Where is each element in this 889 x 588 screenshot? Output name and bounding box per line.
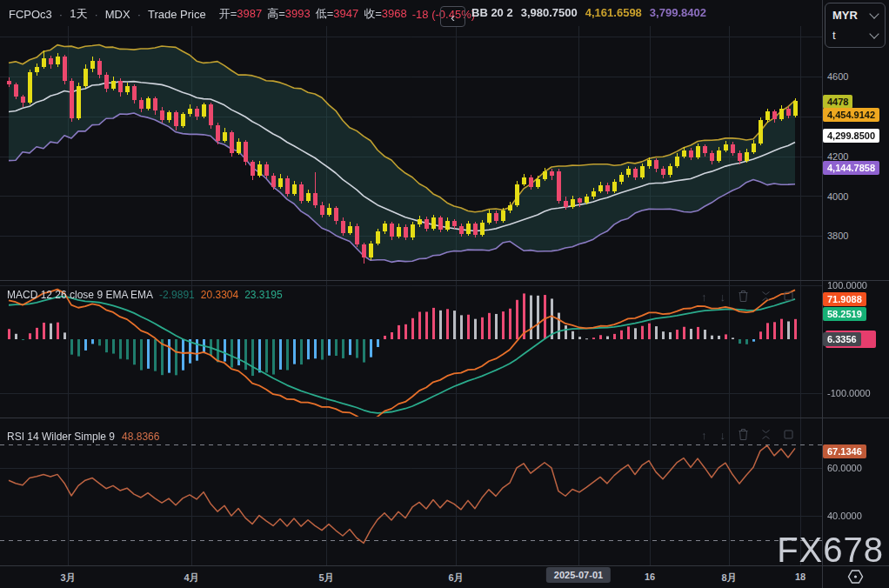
symbol-header: FCPOc3 · 1天 · MDX · Trade Price 开=3987 高… [9, 6, 475, 22]
price-tick-label: 4600 [827, 71, 848, 82]
low-value: 3947 [333, 7, 358, 20]
chevron-down-icon [869, 9, 879, 18]
bb-upper-value: 4,161.6598 [585, 6, 642, 19]
rsi-indicator-label[interactable]: RSI 14 Wilder Simple 9 [7, 431, 115, 443]
price-axis-badge: 4,299.8500 [823, 129, 879, 143]
macd-tick-label: -100.0000 [827, 388, 871, 398]
chevron-down-icon [869, 29, 879, 38]
bb-basis-value: 3,980.7500 [521, 6, 578, 19]
rsi-tick-label: 40.0000 [827, 511, 862, 521]
bb-indicator-label[interactable]: BB 20 2 [471, 6, 513, 19]
maximize-icon[interactable] [784, 291, 793, 304]
time-label: 8月 [721, 571, 736, 585]
unit-select[interactable]: t [826, 27, 885, 44]
price-tick-label: 4000 [827, 191, 848, 202]
maximize-icon[interactable] [784, 430, 793, 442]
rsi-value: 48.8366 [122, 431, 159, 443]
arrow-up-icon[interactable]: ↑ [701, 430, 707, 442]
separator-dot: · [94, 8, 97, 21]
time-label: 3月 [60, 571, 75, 585]
close-value: 3968 [382, 7, 407, 20]
scale-settings-icon[interactable] [846, 568, 865, 585]
time-label: 18 [795, 571, 805, 582]
open-label: 开=3987 [219, 6, 263, 22]
price-axis-badge: 4,144.7858 [823, 161, 879, 175]
macd-tick-label: 100.0000 [827, 280, 867, 291]
rsi-header: RSI 14 Wilder Simple 9 48.8366 [7, 431, 159, 443]
rsi-tick-label: 60.0000 [827, 463, 862, 473]
macd-axis-badge: 6.3356 [823, 332, 861, 346]
close-label: 收=3968 [364, 6, 407, 22]
time-axis-border [0, 565, 889, 566]
price-tick-label: 3800 [827, 231, 848, 241]
macd-indicator-label[interactable]: MACD 12 26 close 9 EMA EMA [7, 289, 153, 301]
low-label: 低=3947 [316, 6, 359, 22]
time-label: 6月 [448, 571, 463, 585]
pane-divider[interactable] [0, 418, 889, 418]
bb-lower-value: 3,799.8402 [650, 6, 706, 19]
price-axis-badge: 4478 [823, 95, 852, 109]
chart-canvas[interactable] [0, 0, 822, 565]
arrow-down-icon[interactable]: ↓ [720, 291, 726, 304]
exchange-label: MDX [105, 8, 130, 21]
arrow-up-icon[interactable]: ↑ [701, 291, 707, 304]
collapse-icon[interactable] [761, 429, 771, 443]
high-value: 3993 [285, 7, 311, 20]
currency-value: MYR [832, 9, 858, 22]
macd-line-value: 20.3304 [201, 289, 238, 301]
pane-toolbar: ↑↓ [701, 291, 793, 304]
collapse-indicator-button[interactable]: ‹ [440, 6, 465, 27]
pane-divider[interactable] [0, 280, 889, 281]
chart-app: FCPOc3 · 1天 · MDX · Trade Price 开=3987 高… [0, 0, 889, 588]
separator-dot: · [59, 8, 63, 21]
separator-dot: · [137, 8, 141, 21]
macd-header: MACD 12 26 close 9 EMA EMA -2.9891 20.33… [7, 289, 283, 301]
series-type-label: Trade Price [148, 8, 206, 21]
trash-icon[interactable] [739, 291, 748, 304]
time-label: 4月 [184, 571, 198, 585]
time-label: 16 [645, 571, 655, 582]
date-badge: 2025-07-01 [546, 567, 611, 583]
high-label: 高=3993 [267, 6, 311, 22]
macd-hist-value: -2.9891 [159, 289, 195, 301]
trash-icon[interactable] [739, 429, 748, 443]
currency-unit-box: MYR t [825, 3, 886, 48]
interval-label[interactable]: 1天 [70, 6, 87, 22]
price-axis-badge: 4,454.9142 [823, 108, 879, 122]
currency-select[interactable]: MYR [826, 7, 885, 24]
unit-value: t [832, 29, 836, 42]
macd-axis-badge: 71.9088 [823, 292, 866, 306]
open-value: 3987 [237, 7, 262, 20]
arrow-down-icon[interactable]: ↓ [720, 430, 726, 442]
rsi-axis-badge: 67.1346 [823, 444, 866, 458]
chevron-left-icon: ‹ [451, 10, 455, 23]
bb-indicator-row: BB 20 2 3,980.7500 4,161.6598 3,799.8402 [471, 6, 706, 19]
macd-axis-badge: 58.2519 [823, 307, 866, 321]
time-label: 5月 [318, 571, 333, 585]
symbol-name[interactable]: FCPOc3 [9, 8, 52, 21]
macd-signal-value: 23.3195 [244, 289, 282, 301]
pane-toolbar: ↑↓ [701, 429, 793, 443]
collapse-icon[interactable] [761, 291, 771, 304]
